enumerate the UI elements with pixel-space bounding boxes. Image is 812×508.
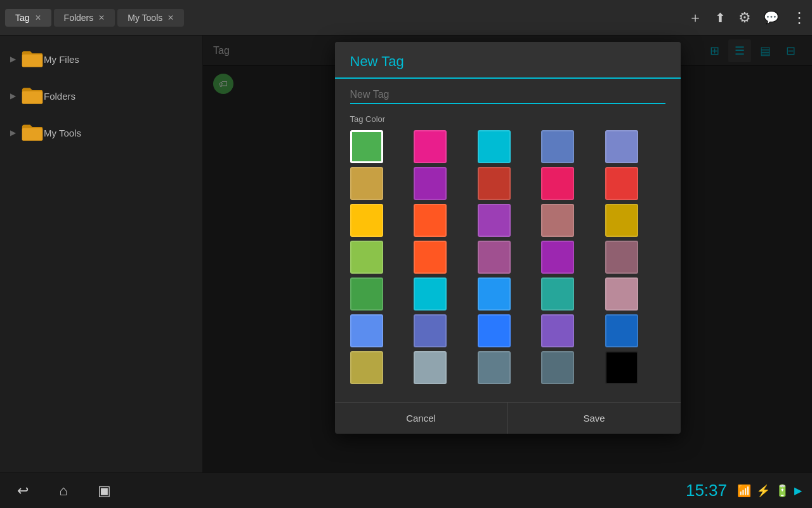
color-swatch-26[interactable] (414, 314, 447, 347)
svg-rect-2 (22, 128, 43, 141)
tab-mytools-close[interactable]: ✕ (167, 13, 174, 22)
folder-icon-mytools (21, 123, 44, 142)
comment-icon[interactable]: 💬 (764, 10, 779, 25)
color-swatch-19[interactable] (605, 241, 638, 274)
charge-icon: ▶ (794, 485, 802, 497)
color-swatch-1[interactable] (414, 130, 447, 163)
top-bar: Tag ✕ Folders ✕ My Tools ✕ ＋ ⬆ ⚙ 💬 ⋮ (0, 0, 812, 36)
svg-rect-1 (22, 91, 43, 104)
top-bar-icons: ＋ ⬆ ⚙ 💬 ⋮ (688, 8, 807, 27)
color-swatch-21[interactable] (414, 277, 447, 311)
tab-mytools[interactable]: My Tools ✕ (117, 9, 184, 27)
dialog-footer: Cancel Save (335, 402, 681, 434)
wifi-icon: 📶 (737, 484, 751, 498)
new-tag-dialog: New Tag Tag Color Cancel Save (335, 42, 681, 434)
clock: 15:37 (686, 481, 727, 500)
sidebar-arrow-myfiles: ▶ (10, 55, 16, 64)
tab-tag-close[interactable]: ✕ (35, 13, 41, 22)
color-swatch-14[interactable] (605, 204, 638, 237)
add-icon[interactable]: ＋ (688, 8, 702, 27)
recents-icon[interactable]: ▣ (91, 478, 117, 504)
color-swatch-28[interactable] (541, 314, 574, 347)
color-swatch-20[interactable] (350, 277, 383, 311)
sidebar: ▶ My Files ▶ Folders ▶ My Tools (0, 36, 203, 472)
bluetooth-icon: ⚡ (756, 484, 770, 498)
upload-icon[interactable]: ⬆ (715, 10, 726, 25)
dialog-header: New Tag (335, 42, 681, 79)
dialog-title: New Tag (350, 53, 404, 69)
color-swatch-10[interactable] (350, 204, 383, 237)
color-swatch-12[interactable] (478, 204, 511, 237)
overlay: New Tag Tag Color Cancel Save (203, 36, 812, 472)
color-swatch-16[interactable] (414, 241, 447, 274)
save-button[interactable]: Save (508, 403, 681, 434)
color-swatch-0[interactable] (350, 130, 383, 163)
color-swatch-22[interactable] (478, 277, 511, 311)
tab-folders-close[interactable]: ✕ (98, 13, 105, 22)
color-swatch-25[interactable] (350, 314, 383, 347)
sidebar-arrow-mytools: ▶ (10, 128, 16, 137)
color-swatch-15[interactable] (350, 241, 383, 274)
color-swatch-11[interactable] (414, 204, 447, 237)
sidebar-arrow-folders: ▶ (10, 91, 16, 100)
dialog-body: Tag Color (335, 79, 681, 402)
color-swatch-27[interactable] (478, 314, 511, 347)
status-icons: 📶 ⚡ 🔋 ▶ (737, 484, 802, 498)
color-swatch-9[interactable] (605, 167, 638, 200)
cancel-button[interactable]: Cancel (335, 403, 508, 434)
color-swatch-24[interactable] (605, 277, 638, 311)
color-swatch-30[interactable] (350, 351, 383, 384)
color-swatch-8[interactable] (541, 167, 574, 200)
bottom-bar: ↩ ⌂ ▣ 15:37 📶 ⚡ 🔋 ▶ (0, 472, 812, 508)
tag-input-container (350, 89, 665, 104)
folder-icon-myfiles (21, 50, 44, 69)
content-area: Tag ⊞ ☰ ▤ ⊟ 🏷 New Tag (203, 36, 812, 472)
tab-tag[interactable]: Tag ✕ (5, 9, 51, 27)
sidebar-item-mytools[interactable]: ▶ My Tools (0, 114, 202, 151)
svg-rect-0 (22, 55, 43, 67)
sidebar-item-folders[interactable]: ▶ Folders (0, 77, 202, 114)
color-swatch-17[interactable] (478, 241, 511, 274)
settings-icon[interactable]: ⚙ (738, 10, 751, 26)
tab-folders[interactable]: Folders ✕ (54, 9, 115, 27)
battery-icon: 🔋 (775, 484, 789, 498)
color-swatch-6[interactable] (414, 167, 447, 200)
color-swatch-7[interactable] (478, 167, 511, 200)
color-swatch-5[interactable] (350, 167, 383, 200)
back-icon[interactable]: ↩ (10, 478, 36, 504)
more-icon[interactable]: ⋮ (792, 9, 807, 27)
color-swatch-18[interactable] (541, 241, 574, 274)
color-swatch-32[interactable] (478, 351, 511, 384)
color-swatch-23[interactable] (541, 277, 574, 311)
tag-color-label: Tag Color (350, 114, 665, 124)
sidebar-item-myfiles[interactable]: ▶ My Files (0, 41, 202, 77)
color-swatch-13[interactable] (541, 204, 574, 237)
color-swatch-31[interactable] (414, 351, 447, 384)
color-swatch-33[interactable] (541, 351, 574, 384)
color-swatch-34[interactable] (605, 351, 638, 384)
color-swatch-2[interactable] (478, 130, 511, 163)
color-swatch-29[interactable] (605, 314, 638, 347)
folder-icon-folders (21, 86, 44, 105)
tag-name-input[interactable] (350, 89, 665, 100)
color-grid (350, 130, 665, 384)
home-icon[interactable]: ⌂ (51, 478, 76, 504)
color-swatch-3[interactable] (541, 130, 574, 163)
color-swatch-4[interactable] (605, 130, 638, 163)
